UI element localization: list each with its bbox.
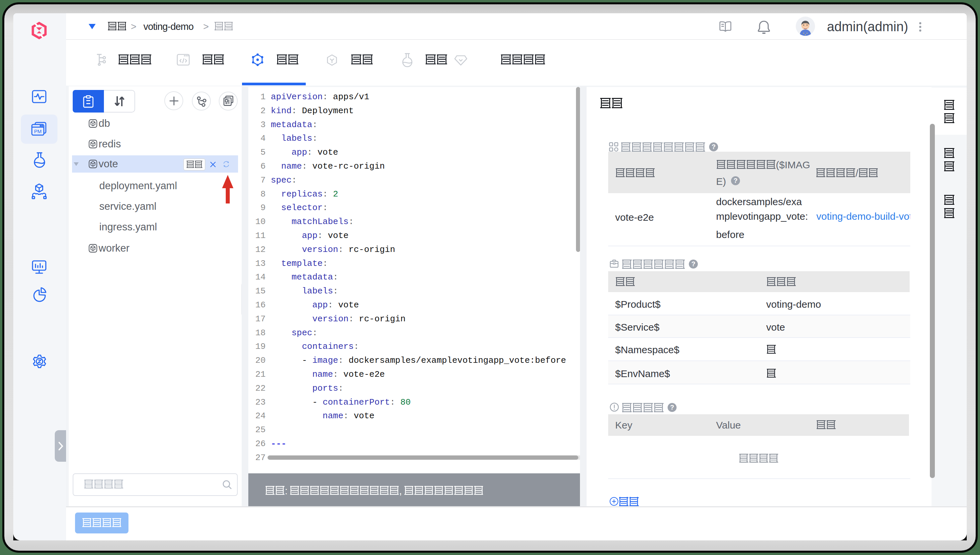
svg-text:PM: PM: [34, 128, 42, 134]
